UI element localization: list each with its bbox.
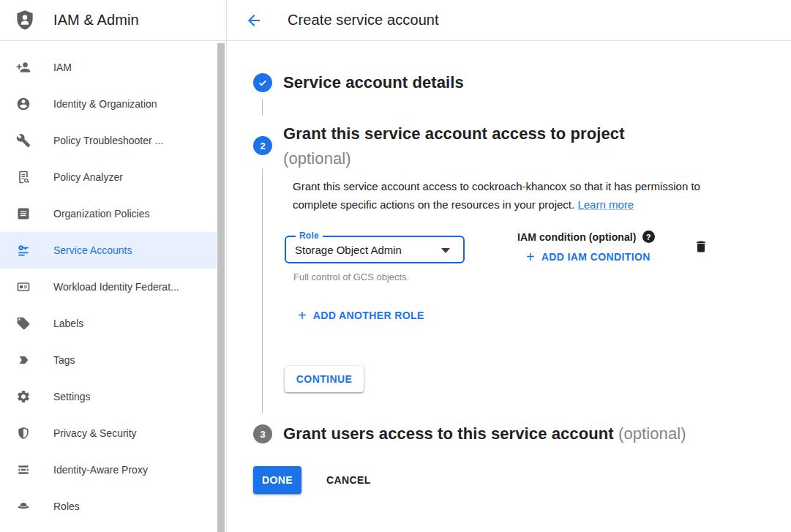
role-field-label: Role [296, 231, 323, 241]
page-title: Create service account [288, 12, 439, 29]
wrench-icon [16, 133, 31, 148]
sidebar-item-label: Settings [53, 391, 91, 402]
policy-analyzer-icon [16, 170, 31, 184]
sidebar-item-identity-organization[interactable]: Identity & Organization [0, 86, 217, 122]
label-tag-icon [16, 316, 31, 331]
iam-condition-label: IAM condition (optional) [517, 231, 637, 243]
cancel-button[interactable]: CANCEL [320, 466, 377, 494]
iam-shield-logo-icon [14, 8, 36, 33]
plus-icon: + [526, 251, 535, 263]
sidebar-item-workload-identity-federation[interactable]: Workload Identity Federat... [0, 269, 217, 305]
id-card-icon [16, 280, 31, 294]
sidebar: IAM & Admin IAM Identity & Organization … [0, 0, 227, 532]
step3-optional-label: (optional) [618, 424, 686, 443]
sidebar-item-roles[interactable]: Roles [0, 488, 217, 525]
step2-number: 2 [260, 141, 265, 151]
step1-title: Service account details [283, 70, 464, 95]
learn-more-link[interactable]: Learn more [577, 198, 634, 211]
back-arrow-icon[interactable] [245, 12, 263, 29]
sidebar-item-tags[interactable]: Tags [0, 342, 217, 378]
sidebar-item-label: Privacy & Security [53, 427, 137, 439]
add-iam-condition-button[interactable]: + ADD IAM CONDITION [526, 251, 651, 263]
step3-number-badge: 3 [253, 424, 272, 443]
sidebar-item-label: IAM [53, 61, 72, 73]
step2-title-text: Grant this service account access to pro… [283, 124, 625, 143]
sidebar-item-label: Identity & Organization [53, 98, 157, 110]
sidebar-item-service-accounts[interactable]: Service Accounts [0, 232, 217, 269]
document-list-icon [16, 206, 31, 221]
sidebar-item-label: Tags [53, 354, 75, 366]
role-select[interactable]: Role Storage Object Admin [285, 236, 465, 263]
step2-optional-label: (optional) [283, 149, 351, 168]
sidebar-item-privacy-security[interactable]: Privacy & Security [0, 415, 217, 452]
account-circle-icon [16, 97, 31, 111]
create-service-account-wizard: Service account details 2 Grant this ser… [227, 41, 791, 532]
step-connector [262, 99, 263, 116]
role-selected-value: Storage Object Admin [295, 244, 402, 256]
step2-number-badge: 2 [253, 136, 272, 155]
sidebar-header: IAM & Admin [0, 0, 226, 41]
done-button[interactable]: DONE [253, 466, 301, 494]
sidebar-item-policy-analyzer[interactable]: Policy Analyzer [0, 159, 217, 195]
iam-admin-console: IAM & Admin IAM Identity & Organization … [0, 0, 791, 532]
sidebar-item-settings[interactable]: Settings [0, 378, 217, 415]
sidebar-item-policy-troubleshooter[interactable]: Policy Troubleshooter ... [0, 122, 217, 159]
service-account-key-icon [16, 243, 31, 258]
delete-role-trash-icon[interactable] [694, 239, 708, 254]
tag-arrow-icon [16, 353, 31, 367]
step1-completed-check-icon [253, 73, 272, 92]
hat-icon [16, 499, 31, 514]
sidebar-item-label: Policy Troubleshooter ... [53, 135, 163, 146]
role-helper-text: Full control of GCS objects. [293, 271, 409, 282]
sidebar-item-label: Service Accounts [53, 244, 132, 256]
step3-title-text: Grant users access to this service accou… [283, 424, 614, 443]
app-title: IAM & Admin [53, 12, 139, 29]
shield-icon [16, 426, 31, 441]
step2-title: Grant this service account access to pro… [283, 121, 625, 171]
person-add-icon [16, 60, 31, 75]
gear-icon [16, 389, 31, 404]
sidebar-item-label: Organization Policies [53, 208, 150, 220]
sidebar-item-iam[interactable]: IAM [0, 49, 217, 86]
scrollbar-thumb[interactable] [217, 43, 225, 532]
sidebar-nav: IAM Identity & Organization Policy Troub… [0, 49, 217, 525]
add-iam-condition-label: ADD IAM CONDITION [541, 251, 651, 263]
sidebar-scrollbar [217, 41, 226, 532]
help-icon[interactable]: ? [642, 231, 655, 243]
help-glyph: ? [646, 233, 651, 241]
continue-button[interactable]: CONTINUE [285, 366, 364, 392]
sidebar-item-label: Labels [53, 318, 83, 329]
iam-condition-header: IAM condition (optional) ? [517, 231, 655, 243]
sidebar-item-labels[interactable]: Labels [0, 305, 217, 342]
sidebar-item-organization-policies[interactable]: Organization Policies [0, 195, 217, 232]
step3-title: Grant users access to this service accou… [283, 422, 686, 446]
step2-description-text: Grant this service account access to coc… [293, 180, 700, 211]
sidebar-item-identity-aware-proxy[interactable]: Identity-Aware Proxy [0, 452, 217, 488]
add-another-role-label: ADD ANOTHER ROLE [313, 310, 424, 321]
page-header: Create service account [227, 0, 791, 41]
proxy-stripes-icon [16, 462, 31, 477]
step2-description: Grant this service account access to coc… [293, 177, 721, 214]
plus-icon: + [298, 310, 307, 321]
chevron-down-icon [441, 248, 450, 253]
add-another-role-button[interactable]: + ADD ANOTHER ROLE [298, 310, 424, 321]
sidebar-item-label: Identity-Aware Proxy [53, 464, 148, 476]
sidebar-item-label: Policy Analyzer [53, 171, 123, 183]
sidebar-item-label: Workload Identity Federat... [53, 281, 179, 293]
step3-number: 3 [260, 429, 265, 440]
step-connector [262, 168, 263, 413]
sidebar-item-label: Roles [53, 501, 80, 512]
